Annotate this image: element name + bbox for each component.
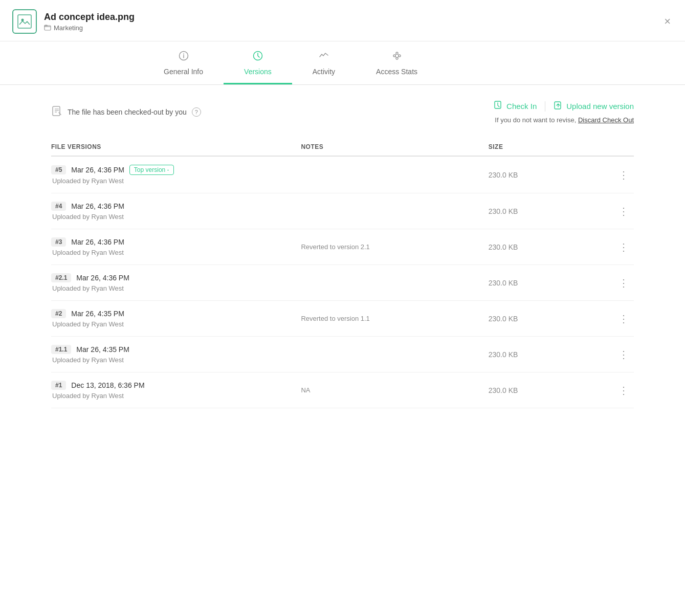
- tab-access-stats[interactable]: Access Stats: [356, 41, 438, 84]
- version-size-2: 230.0 KB: [489, 243, 613, 251]
- tabs-bar: General Info Versions Activity Access St…: [0, 41, 685, 85]
- version-uploader-0: Uploaded by Ryan West: [51, 177, 301, 185]
- svg-point-10: [399, 55, 401, 57]
- version-number-4: #2: [51, 309, 66, 318]
- checkin-label: Check In: [506, 102, 537, 111]
- table-row: #1.1 Mar 26, 4:35 PM Uploaded by Ryan We…: [51, 337, 634, 372]
- action-divider: [545, 101, 545, 112]
- version-size-3: 230.0 KB: [489, 279, 613, 287]
- upload-new-version-button[interactable]: Upload new version: [554, 101, 634, 112]
- version-top-4: #2 Mar 26, 4:35 PM: [51, 309, 301, 318]
- tab-versions[interactable]: Versions: [224, 41, 292, 84]
- help-icon[interactable]: ?: [192, 107, 201, 117]
- file-name: Ad concept idea.png: [44, 12, 135, 23]
- version-menu-5[interactable]: ⋮: [613, 348, 634, 361]
- tab-activity-label: Activity: [313, 68, 335, 76]
- discard-text: If you do not want to revise, Discard Ch…: [495, 116, 634, 124]
- version-info-0: #5 Mar 26, 4:36 PM Top version - Uploade…: [51, 165, 301, 185]
- tab-activity[interactable]: Activity: [292, 41, 356, 84]
- checkout-message: The file has been checked-out by you ?: [51, 105, 201, 119]
- checkout-file-icon: [51, 105, 62, 119]
- version-menu-2[interactable]: ⋮: [613, 241, 634, 253]
- version-top-5: #1.1 Mar 26, 4:35 PM: [51, 345, 301, 354]
- discard-prefix: If you do not want to revise,: [495, 116, 576, 124]
- version-uploader-2: Uploaded by Ryan West: [51, 249, 301, 256]
- version-info-2: #3 Mar 26, 4:36 PM Uploaded by Ryan West: [51, 237, 301, 256]
- version-number-2: #3: [51, 237, 66, 247]
- close-button[interactable]: ×: [662, 13, 673, 30]
- tab-general-info-label: General Info: [164, 68, 203, 76]
- table-row: #3 Mar 26, 4:36 PM Uploaded by Ryan West…: [51, 229, 634, 265]
- version-menu-1[interactable]: ⋮: [613, 205, 634, 217]
- version-number-5: #1.1: [51, 345, 71, 354]
- access-stats-icon: [392, 51, 402, 63]
- version-notes-2: Reverted to version 2.1: [301, 243, 488, 251]
- svg-point-8: [393, 55, 395, 57]
- version-uploader-6: Uploaded by Ryan West: [51, 392, 301, 400]
- main-content: The file has been checked-out by you ? C…: [0, 85, 685, 424]
- version-info-4: #2 Mar 26, 4:35 PM Uploaded by Ryan West: [51, 309, 301, 328]
- checkout-actions: Check In Upload new version: [494, 100, 634, 112]
- svg-rect-16: [53, 106, 60, 116]
- version-notes-6: NA: [301, 386, 488, 394]
- svg-line-13: [398, 54, 399, 55]
- table-row: #2.1 Mar 26, 4:36 PM Uploaded by Ryan We…: [51, 265, 634, 301]
- version-number-6: #1: [51, 381, 66, 390]
- version-top-0: #5 Mar 26, 4:36 PM Top version -: [51, 165, 301, 175]
- tab-general-info[interactable]: General Info: [143, 41, 224, 84]
- version-uploader-1: Uploaded by Ryan West: [51, 213, 301, 221]
- svg-point-11: [396, 57, 398, 59]
- version-menu-6[interactable]: ⋮: [613, 384, 634, 397]
- svg-line-15: [395, 56, 396, 57]
- tab-access-stats-label: Access Stats: [376, 68, 417, 76]
- table-header: FILE VERSIONS NOTES SIZE: [51, 138, 634, 157]
- version-date-5: Mar 26, 4:35 PM: [76, 345, 129, 354]
- upload-icon: [554, 101, 563, 112]
- checkin-button[interactable]: Check In: [494, 100, 537, 112]
- version-size-0: 230.0 KB: [489, 171, 613, 179]
- svg-line-12: [395, 54, 396, 55]
- version-info-6: #1 Dec 13, 2018, 6:36 PM Uploaded by Rya…: [51, 381, 301, 400]
- version-notes-4: Reverted to version 1.1: [301, 315, 488, 322]
- upload-label: Upload new version: [566, 102, 634, 111]
- checkout-text: The file has been checked-out by you: [68, 108, 187, 116]
- col-notes: NOTES: [301, 143, 488, 150]
- version-top-2: #3 Mar 26, 4:36 PM: [51, 237, 301, 247]
- version-date-6: Dec 13, 2018, 6:36 PM: [71, 381, 144, 389]
- discard-checkout-link[interactable]: Discard Check Out: [578, 116, 634, 124]
- version-menu-4[interactable]: ⋮: [613, 313, 634, 325]
- version-size-4: 230.0 KB: [489, 315, 613, 323]
- table-row: #5 Mar 26, 4:36 PM Top version - Uploade…: [51, 157, 634, 193]
- svg-line-14: [398, 56, 399, 57]
- version-size-6: 230.0 KB: [489, 386, 613, 394]
- header-left: Ad concept idea.png Marketing: [12, 9, 135, 34]
- version-date-3: Mar 26, 4:36 PM: [76, 274, 129, 282]
- file-type-icon: [12, 9, 37, 34]
- version-uploader-3: Uploaded by Ryan West: [51, 284, 301, 292]
- version-number-1: #4: [51, 202, 66, 211]
- version-menu-3[interactable]: ⋮: [613, 277, 634, 289]
- version-info-1: #4 Mar 26, 4:36 PM Uploaded by Ryan West: [51, 202, 301, 221]
- version-top-1: #4 Mar 26, 4:36 PM: [51, 202, 301, 211]
- version-number-0: #5: [51, 165, 66, 174]
- version-date-4: Mar 26, 4:35 PM: [71, 310, 124, 318]
- version-date-2: Mar 26, 4:36 PM: [71, 238, 124, 246]
- version-menu-0[interactable]: ⋮: [613, 169, 634, 181]
- version-size-5: 230.0 KB: [489, 350, 613, 359]
- file-info: Ad concept idea.png Marketing: [44, 12, 135, 32]
- top-version-badge[interactable]: Top version -: [129, 165, 174, 175]
- table-row: #4 Mar 26, 4:36 PM Uploaded by Ryan West…: [51, 193, 634, 229]
- general-info-icon: [179, 51, 189, 63]
- version-date-0: Mar 26, 4:36 PM: [71, 166, 124, 174]
- version-uploader-4: Uploaded by Ryan West: [51, 320, 301, 328]
- folder-name: Marketing: [54, 24, 83, 32]
- tab-versions-label: Versions: [244, 68, 272, 76]
- version-number-3: #2.1: [51, 273, 71, 282]
- file-folder: Marketing: [44, 24, 135, 32]
- versions-icon: [253, 51, 263, 63]
- col-size: SIZE: [489, 143, 613, 150]
- col-file-versions: FILE VERSIONS: [51, 143, 301, 150]
- svg-rect-0: [17, 14, 32, 29]
- version-uploader-5: Uploaded by Ryan West: [51, 356, 301, 364]
- version-top-6: #1 Dec 13, 2018, 6:36 PM: [51, 381, 301, 390]
